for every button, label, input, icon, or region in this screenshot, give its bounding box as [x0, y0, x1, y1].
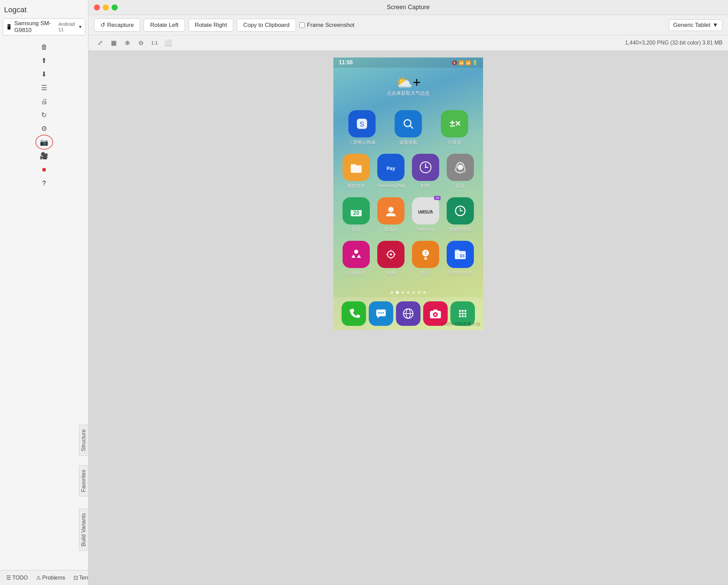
device-type-dropdown[interactable]: Generic Tablet ▼ — [669, 19, 723, 31]
list-item[interactable]: Pay Samsung Pay — [375, 154, 407, 189]
esfile-label: ES文件浏览 — [448, 270, 472, 276]
window-close-button[interactable] — [94, 4, 100, 11]
recapture-button[interactable]: ↺ Recapture — [94, 18, 140, 32]
list-item[interactable]: 时钟 — [410, 154, 442, 189]
dropdown-arrow: ▼ — [78, 24, 82, 29]
fit-screen-button[interactable]: ⤢ — [94, 37, 106, 48]
device-dropdown[interactable]: 📱 Samsung SM-G9810 Android 11 ▼ — [3, 18, 85, 35]
list-item[interactable]: 联系人 — [375, 197, 407, 233]
svg-text:SAMSUNG: SAMSUNG — [418, 209, 433, 215]
list-item[interactable]: 20 日历 — [340, 197, 373, 233]
status-time: 11:55 — [339, 60, 353, 66]
weather-text: 点击来获取天气信息 — [387, 90, 430, 97]
filter-icon[interactable]: ☰ — [37, 82, 52, 94]
camera-highlight-circle — [35, 135, 53, 150]
svg-point-36 — [382, 312, 384, 314]
list-item[interactable]: SAMSUNG AR Samsung — [410, 197, 442, 233]
dock-message-icon[interactable] — [369, 301, 393, 326]
page-dot-active — [396, 291, 399, 294]
window-maximize-button[interactable] — [112, 4, 118, 11]
delete-icon[interactable]: 🗑 — [37, 41, 52, 53]
list-item[interactable]: S 三星网上商城 — [346, 110, 378, 146]
frame-screenshot-checkbox[interactable] — [299, 22, 305, 28]
copy-clipboard-button[interactable]: Copy to Clipboard — [237, 19, 296, 32]
structure-tab[interactable]: Structure — [79, 425, 88, 456]
phone-screen: 11:55 🔇 📶 📶 🔋 ⛅+ 点击来获取天气信息 — [333, 57, 483, 330]
list-item[interactable]: 我的文件 — [340, 154, 373, 189]
rotate-right-label: Rotate Right — [195, 22, 227, 29]
page-dot — [391, 291, 393, 294]
calendar-label: 日历 — [352, 227, 361, 233]
help-icon[interactable]: ? — [37, 177, 52, 189]
problems-tab[interactable]: ⚠ Problems — [33, 573, 69, 582]
download-icon[interactable]: ⬇ — [37, 68, 52, 80]
contacts-label: 联系人 — [384, 227, 398, 233]
image-display[interactable]: 11:55 🔇 📶 📶 🔋 ⛅+ 点击来获取天气信息 — [88, 51, 728, 585]
svg-point-49 — [464, 313, 466, 315]
svg-point-43 — [434, 314, 436, 316]
list-item[interactable]: 智能管理器 — [444, 197, 477, 233]
watermark: CSDN ©我是黄大仙 — [441, 321, 480, 327]
list-item[interactable]: 设置 — [444, 154, 477, 189]
svg-text:±: ± — [450, 118, 455, 129]
todo-tab[interactable]: ☰ TODO — [3, 573, 31, 582]
clock-label: 时钟 — [421, 183, 430, 189]
myfiles-label: 我的文件 — [347, 183, 365, 189]
calculator-icon: ± × — [441, 110, 468, 137]
device-icon: 📱 — [6, 24, 12, 30]
print-icon[interactable]: 🖨 — [37, 95, 52, 107]
status-icons: 🔇 📶 📶 🔋 — [452, 60, 478, 65]
page-dot — [418, 291, 420, 294]
problems-label: Problems — [42, 575, 65, 581]
list-item[interactable]: ± × 计算器 — [439, 110, 471, 146]
app-row-1: S 三星网上商城 — [339, 110, 478, 146]
refresh-icon[interactable]: ↻ — [37, 109, 52, 121]
svg-rect-15 — [351, 207, 362, 210]
list-item[interactable]: 桌面搜索 — [392, 110, 425, 146]
zoom-out-button[interactable]: ⊖ — [135, 37, 147, 48]
rotate-left-label: Rotate Left — [150, 22, 178, 29]
image-info: 1,440×3,200 PNG (32-bit color) 3.81 MB — [625, 40, 723, 46]
record-stop-icon[interactable]: ■ — [37, 163, 52, 176]
recapture-label: Recapture — [107, 22, 134, 29]
dock-browser-icon[interactable] — [396, 301, 420, 326]
list-item[interactable]: ES ES文件浏览 — [444, 241, 477, 276]
gear-icon[interactable]: ⚙ — [37, 122, 52, 135]
list-item[interactable]: ! 提示 — [410, 241, 442, 276]
build-variants-tab[interactable]: Build Variants — [79, 509, 88, 551]
android-version: Android 11 — [58, 21, 76, 32]
camera-icon[interactable]: 📷 — [37, 136, 52, 148]
svg-rect-31 — [455, 250, 460, 252]
status-bar: 11:55 🔇 📶 📶 🔋 — [333, 57, 483, 68]
rotate-right-button[interactable]: Rotate Right — [188, 19, 234, 32]
svg-point-52 — [464, 315, 466, 317]
myfiles-icon — [343, 154, 370, 181]
svg-point-13 — [458, 165, 463, 170]
list-item[interactable]: 应用商店 — [340, 241, 373, 276]
gallery-label: 相册 — [386, 270, 395, 276]
favorites-tab[interactable]: Favorites — [79, 465, 88, 497]
fullscreen-button[interactable]: ⬜ — [162, 37, 174, 48]
video-icon[interactable]: 🎥 — [37, 150, 52, 162]
logcat-label: Logcat — [0, 0, 88, 17]
frame-screenshot-label[interactable]: Frame Screenshot — [299, 22, 354, 29]
icon-toolbar: 🗑 ⬆ ⬇ ☰ 🖨 ↻ ⚙ 📷 🎥 ■ ? — [0, 38, 88, 192]
svg-point-46 — [464, 310, 466, 312]
window-minimize-button[interactable] — [103, 4, 109, 11]
upload-icon[interactable]: ⬆ — [37, 54, 52, 67]
rotate-left-button[interactable]: Rotate Left — [144, 19, 185, 32]
page-dots — [333, 288, 483, 297]
zoom-1to1-button[interactable]: 1:1 — [148, 37, 161, 48]
wifi-icon: 📶 — [459, 60, 464, 65]
samsung-app-icon: SAMSUNG AR — [412, 197, 439, 224]
svg-point-48 — [462, 313, 464, 315]
todo-label: TODO — [12, 575, 28, 581]
dock-phone-icon[interactable] — [342, 301, 366, 326]
smart-manager-label: 智能管理器 — [449, 227, 471, 233]
list-item[interactable]: 相册 — [375, 241, 407, 276]
grid-view-button[interactable]: ▦ — [107, 37, 120, 48]
clock-icon — [412, 154, 439, 181]
svg-point-51 — [462, 315, 464, 317]
svg-text:Pay: Pay — [387, 166, 395, 171]
zoom-in-button[interactable]: ⊕ — [121, 37, 133, 48]
